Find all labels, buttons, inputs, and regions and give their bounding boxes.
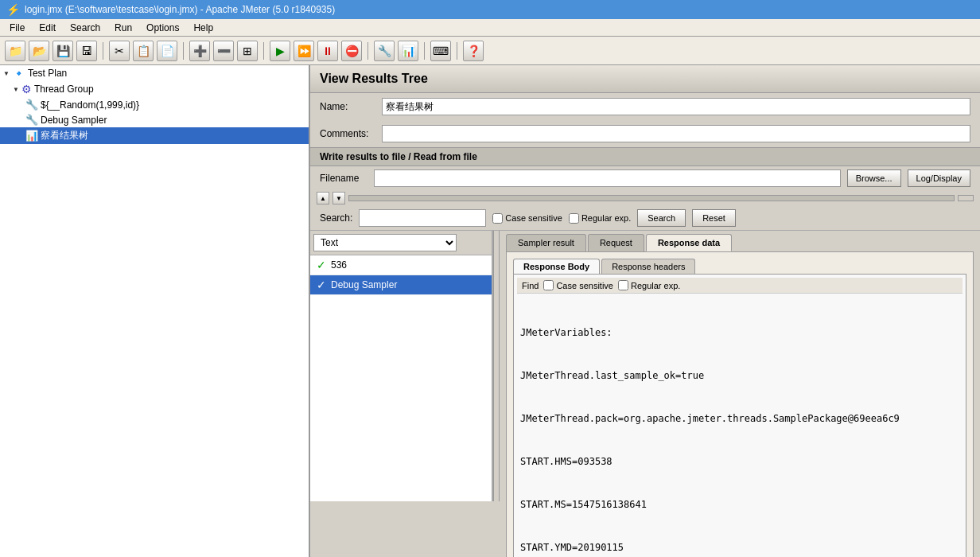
response-line-2: JMeterThread.pack=org.apache.jmeter.thre… [520,411,959,426]
name-label: Name: [320,101,375,112]
tree-label-view-results: 察看结果树 [41,129,88,142]
toolbar-stop2[interactable]: ⛔ [341,41,362,61]
vertical-divider[interactable] [493,231,500,501]
vrt-panel: View Results Tree Name: Comments: Write … [310,65,980,501]
toolbar-stop[interactable]: ⏸ [317,41,338,61]
success-icon-debug: ✓ [317,278,326,291]
search-button[interactable]: Search [637,209,686,227]
sub-tab-content: Find Case sensitive Regular exp. [513,274,966,557]
find-case-checkbox[interactable] [543,280,554,290]
filename-input[interactable] [374,169,841,187]
main-tab-bar: Sampler result Request Response data [500,231,980,251]
find-regexp-label: Regular exp. [618,280,680,290]
toolbar-run[interactable]: ▶ [270,41,290,61]
menu-file[interactable]: File [3,21,31,34]
result-item-debug[interactable]: ✓ Debug Sampler [310,275,492,295]
browse-button[interactable]: Browse... [847,169,901,187]
comments-input[interactable] [382,125,970,142]
results-list: ✓ 536 ✓ Debug Sampler [310,255,493,501]
tree-label-debug: Debug Sampler [41,115,107,126]
tree-label-test-plan: Test Plan [28,68,67,79]
scroll-row-1: ▲ ▼ [310,190,980,206]
view-results-icon: 📊 [25,130,38,142]
horizontal-scrollbar[interactable] [348,195,955,201]
toolbar-add[interactable]: ➕ [189,41,210,61]
find-label: Find [522,281,539,290]
name-row: Name: [310,93,980,120]
toolbar-new[interactable]: 📁 [5,41,25,61]
results-left: Text RegExp Tester CSS/JQuery Tester XPa… [310,231,493,501]
title-bar: ⚡ login.jmx (E:\software\testcase\login.… [0,0,980,19]
tree-item-debug[interactable]: 🔧 Debug Sampler [0,112,309,127]
scroll-handle [958,195,974,201]
tab-content: Response Body Response headers Find Case… [506,251,974,557]
name-input[interactable] [382,98,970,115]
toolbar-save[interactable]: 💾 [52,41,73,61]
find-case-label: Case sensitive [543,280,613,290]
find-row: Find Case sensitive Regular exp. [517,278,962,294]
tab-sampler-result[interactable]: Sampler result [506,234,586,251]
section-header: Write results to file / Read from file [310,147,980,166]
dropdown-row: Text RegExp Tester CSS/JQuery Tester XPa… [310,231,492,255]
toolbar-copy[interactable]: 📋 [133,41,154,61]
scroll-up[interactable]: ▲ [317,192,329,204]
tab-request[interactable]: Request [588,234,644,251]
menu-edit[interactable]: Edit [33,21,62,34]
toolbar-help[interactable]: ❓ [463,41,484,61]
menu-search[interactable]: Search [64,21,107,34]
search-label: Search: [320,212,352,224]
case-sensitive-checkbox[interactable] [492,213,503,224]
debug-icon: 🔧 [25,114,38,126]
separator-2 [183,42,184,60]
case-sensitive-label: Case sensitive [492,213,562,224]
sub-tab-response-body[interactable]: Response Body [513,259,600,274]
menu-run[interactable]: Run [108,21,138,34]
toolbar-cut[interactable]: ✂ [109,41,130,61]
tree-label-thread-group: Thread Group [34,84,94,95]
toolbar-report[interactable]: 📊 [398,41,418,61]
toolbar-run-all[interactable]: ⏩ [294,41,314,61]
success-icon-536: ✓ [317,259,326,271]
toolbar-function[interactable]: ⌨ [430,41,451,61]
scroll-down[interactable]: ▼ [332,192,345,204]
result-label-debug: Debug Sampler [331,279,397,290]
right-panel: View Results Tree Name: Comments: Write … [310,65,980,557]
toolbar-save2[interactable]: 🖫 [76,41,97,61]
toolbar-open[interactable]: 📂 [29,41,49,61]
panel-title: View Results Tree [310,65,980,93]
text-dropdown[interactable]: Text RegExp Tester CSS/JQuery Tester XPa… [313,234,457,251]
response-line-5: START.YMD=20190115 [520,540,959,555]
sub-tab-response-headers[interactable]: Response headers [601,259,695,274]
main-layout: ▼ 🔹 Test Plan ▼ ⚙ Thread Group 🔧 ${__Ran… [0,65,980,557]
detail-panel: Sampler result Request Response data Res… [500,231,980,501]
lower-area: Text RegExp Tester CSS/JQuery Tester XPa… [310,231,980,501]
tree-item-random[interactable]: 🔧 ${__Random(1,999,id)} [0,97,309,112]
find-regexp-checkbox[interactable] [618,280,628,290]
separator-5 [424,42,425,60]
toolbar-template[interactable]: 🔧 [374,41,395,61]
toolbar-remove[interactable]: ➖ [213,41,234,61]
toolbar-expand[interactable]: ⊞ [237,41,258,61]
tab-response-data[interactable]: Response data [646,234,732,251]
regular-exp-checkbox[interactable] [569,213,579,224]
search-input[interactable] [359,209,486,227]
toolbar-paste[interactable]: 📄 [157,41,177,61]
result-label-536: 536 [331,259,347,271]
tree-item-thread-group[interactable]: ▼ ⚙ Thread Group [0,81,309,97]
tree-item-view-results[interactable]: 📊 察看结果树 [0,127,309,144]
app-icon: ⚡ [6,3,20,16]
tree-item-test-plan[interactable]: ▼ 🔹 Test Plan [0,65,309,81]
reset-button[interactable]: Reset [692,209,736,227]
menu-options[interactable]: Options [140,21,185,34]
menu-help[interactable]: Help [187,21,220,34]
response-line-1: JMeterThread.last_sample_ok=true [520,368,959,383]
filename-label: Filename [320,173,368,184]
regular-exp-label: Regular exp. [569,213,631,224]
comments-label: Comments: [320,128,375,139]
log-display-button[interactable]: Log/Display [908,169,970,187]
result-item-536[interactable]: ✓ 536 [310,255,492,275]
thread-group-icon: ⚙ [21,83,32,95]
left-tree-panel: ▼ 🔹 Test Plan ▼ ⚙ Thread Group 🔧 ${__Ran… [0,65,310,557]
response-content: JMeterVariables: JMeterThread.last_sampl… [517,294,962,557]
separator-4 [368,42,368,60]
